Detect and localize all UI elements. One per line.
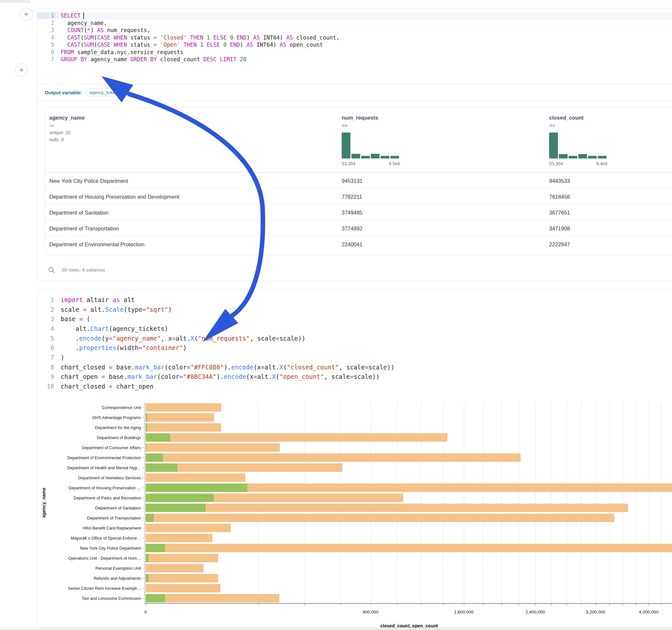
y-axis-label: HRA Benefit Card Replacement [83,525,141,530]
y-axis-tick [142,598,144,599]
code-line[interactable]: 2scale = alt.Scale(type="sqrt") [37,305,672,314]
code-line[interactable]: 3⌄base = ( [37,314,672,324]
y-axis-tick [142,538,144,538]
x-axis-title: closed_count, open_count [380,623,438,628]
y-axis-tick [142,488,144,488]
x-axis-line [145,603,672,604]
code-line[interactable]: 10chart_closed + chart_open [37,382,672,391]
y-axis-label: Department of Health and Mental Hyg… [67,465,141,470]
y-axis-tick [142,417,144,418]
bar-open [146,484,247,492]
column-histogram [342,132,400,159]
code-line[interactable]: 7GROUP BY agency_name ORDER BY closed_co… [37,56,672,63]
gridline [443,402,443,603]
gridline [567,402,567,603]
bar-open [146,504,206,512]
column-stat: unique: 20 [49,130,85,135]
code-line[interactable]: 3 COUNT(*) AS num_requests, [37,27,672,34]
code-line[interactable]: 1import altair as alt [37,295,672,305]
search-icon[interactable] [48,266,55,273]
column-header-num_requests[interactable]: num_requestsi6453,3049.5e6 [342,115,400,167]
gridline [305,402,305,603]
x-axis-tick [397,604,398,606]
code-line[interactable]: 2 agency_name, [37,20,672,27]
sql-code-editor[interactable]: 1⌄SELECT2 agency_name,3 COUNT(*) AS num_… [37,8,672,63]
x-axis-tick [551,604,551,606]
text-cursor [83,13,84,19]
code-line[interactable]: 4 CAST(SUM(CASE WHEN status = 'Closed' T… [37,34,672,42]
column-name: num_requests [342,115,400,121]
x-axis-tick-label: 3,200,000 [586,610,605,614]
column-type: i64 [549,123,607,128]
bar-closed [146,574,218,582]
table-cell: 3471908 [549,225,570,232]
y-axis-label: Department of Transportation [87,515,141,520]
code-line[interactable]: 6FROM sample_data.nyc.service_requests [37,49,672,56]
bar-open [146,443,146,452]
column-type: i64 [342,123,400,128]
code-line[interactable]: 6 .properties(width="container") [37,343,672,353]
y-axis-label: New York City Police Department [80,546,141,550]
y-axis-label: Taxi and Limousine Commission [82,596,141,601]
bar-closed [146,433,447,442]
chevron-down-icon[interactable]: ⌄ [56,318,58,321]
add-cell-button-top[interactable]: + [20,8,33,21]
line-number: 7 [37,354,56,361]
table-cell: Department of Transportation [49,225,119,232]
x-axis-tick [464,604,464,606]
table-row: Department of Transportation377489234719… [45,220,672,236]
y-axis-label: Department of Parks and Recreation [74,495,141,500]
y-axis-tick [142,498,144,498]
gridline [340,402,341,603]
table-footer: 20 rows, 4 columns [48,263,105,277]
table-cell: New York City Police Department [49,177,128,184]
gridline [636,402,637,603]
code-line[interactable]: 4 alt.Chart(agency_tickets) [37,324,672,334]
gridline [519,402,519,603]
gridline [397,402,398,603]
x-axis-tick [370,604,371,606]
y-axis-label: Department for the Aging [95,425,141,430]
column-header-agency_name[interactable]: agency_namestrunique: 20nulls: 0 [49,115,85,142]
python-cell-card: 1import altair as alt2scale = alt.Scale(… [37,289,672,628]
code-text: .encode(y="agency_name", x=alt.X("num_re… [56,335,305,342]
chevron-down-icon[interactable]: ⌄ [56,14,58,18]
output-variable-pill[interactable]: agency_tickets [86,89,118,97]
line-number: 4 [37,325,56,332]
page-background-bottom [0,628,672,630]
y-axis-tick [142,518,144,518]
column-histogram [549,132,607,159]
column-header-closed_count[interactable]: closed_counti6453,3049.4e6 [549,115,607,167]
bar-closed [146,504,628,512]
y-axis-tick [142,478,144,478]
y-axis-label: Department of Housing Preservation … [69,485,141,490]
y-axis-tick [142,437,144,438]
bar-closed [146,453,521,462]
bar-closed [146,403,221,412]
code-line[interactable]: 8chart_closed = base.mark_bar(color="#FF… [37,362,672,372]
x-axis-tick [258,604,258,606]
bar-closed [146,443,280,452]
code-text: import altair as alt [56,296,135,303]
table-cell: 2240041 [342,241,362,247]
x-axis-tick [623,604,623,606]
y-axis-label: Department of Consumer Affairs [82,445,141,450]
code-line[interactable]: 7) [37,353,672,362]
line-number: 3⌄ [37,315,56,322]
bar-open [146,554,149,562]
line-number: 6 [37,344,56,351]
code-line[interactable]: 9chart_open = base.mark_bar(color="#8BC3… [37,372,672,382]
column-stat: nulls: 0 [49,137,85,142]
line-number: 5 [37,42,56,48]
x-axis-tick [519,604,519,606]
python-code-editor[interactable]: 1import altair as alt2scale = alt.Scale(… [37,290,672,391]
y-axis-label: DHS Advantage Programs [92,415,141,420]
code-line[interactable]: 1⌄SELECT [37,12,672,20]
y-axis-title: agency_name [41,488,46,518]
y-axis-label: Senior Citizen Rent Increase Exempti… [68,586,141,590]
line-number: 4 [37,34,56,41]
code-line[interactable]: 5 CAST(SUM(CASE WHEN status = 'Open' THE… [37,41,672,49]
y-axis-label: Department of Homeless Services [78,475,141,480]
code-line[interactable]: 5 .encode(y="agency_name", x=alt.X("num_… [37,334,672,343]
add-cell-button-middle[interactable]: + [15,64,28,76]
